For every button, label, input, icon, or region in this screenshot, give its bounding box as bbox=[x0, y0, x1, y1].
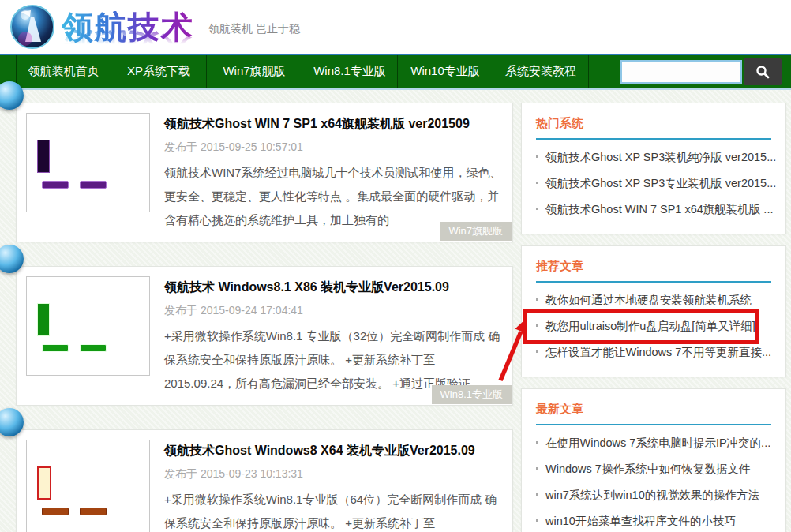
list-item: win10开始菜单查找程序文件的小技巧 bbox=[536, 508, 771, 532]
hot-link[interactable]: 领航技术Ghost XP SP3装机纯净版 ver2015... bbox=[545, 151, 776, 163]
article-title[interactable]: 领航技术 Windows8.1 X86 装机专业版Ver2015.09 bbox=[164, 279, 503, 296]
latest-link[interactable]: 在使用Windows 7系统电脑时提示IP冲突的... bbox=[545, 436, 770, 449]
article-date: 发布于 2015-09-23 10:13:31 bbox=[164, 467, 503, 481]
sidebar-section-hot-systems: 热门系统 领航技术Ghost XP SP3装机纯净版 ver2015... 领航… bbox=[521, 103, 786, 234]
category-tag[interactable]: Win8.1专业版 bbox=[432, 385, 512, 404]
bullet-icon bbox=[536, 208, 538, 210]
search-input[interactable] bbox=[620, 60, 742, 84]
list-item: 领航技术Ghost WIN 7 SP1 x64旗舰装机版 ... bbox=[536, 197, 771, 223]
bullet-icon bbox=[536, 441, 538, 444]
article-thumbnail[interactable]: 领航 技术Ghost Windows 8 X64 领航专业版 bbox=[26, 440, 150, 532]
bullet-icon bbox=[536, 298, 538, 301]
recommended-link[interactable]: 教你如何通过本地硬盘安装领航装机系统 bbox=[545, 294, 752, 306]
latest-link[interactable]: Windows 7操作系统中如何恢复数据文件 bbox=[545, 463, 750, 475]
sidebar-section-recommended: 推荐文章 教你如何通过本地硬盘安装领航装机系统 教您用ultraiso制作u盘启… bbox=[521, 245, 786, 377]
bullet-icon bbox=[536, 182, 538, 184]
list-item: Windows 7操作系统中如何恢复数据文件 bbox=[536, 456, 771, 482]
nav-item-home[interactable]: 领航装机首页 bbox=[16, 55, 111, 88]
article-card: 领航 技术Ghost Windows 8 X86 领航专业版 领航技术 Wind… bbox=[16, 266, 513, 406]
section-divider bbox=[536, 424, 771, 425]
site-tagline: 领航装机 岂止于稳 bbox=[208, 22, 300, 36]
list-item: 领航技术Ghost XP SP3装机纯净版 ver2015... bbox=[536, 144, 771, 170]
article-title[interactable]: 领航技术Ghost Windows8 X64 装机专业版Ver2015.09 bbox=[164, 443, 503, 459]
category-tag[interactable]: Win7旗舰版 bbox=[440, 222, 512, 241]
page: 领航技术 领航装机 岂止于稳 领航装机首页 XP系统下载 Win7旗舰版 Win… bbox=[0, 0, 791, 532]
nav-item-win81[interactable]: Win8.1专业版 bbox=[302, 55, 398, 88]
search-button[interactable] bbox=[744, 58, 782, 85]
article-list: 领航 技术Ghost Win7 Sp1 X64 旗舰装机版 领航技术Ghost … bbox=[16, 103, 513, 532]
main-nav: 领航装机首页 XP系统下载 Win7旗舰版 Win8.1专业版 Win10专业版… bbox=[0, 55, 791, 88]
article-thumbnail[interactable]: 领航 技术Ghost Win7 Sp1 X64 旗舰装机版 bbox=[26, 113, 150, 212]
list-item: 在使用Windows 7系统电脑时提示IP冲突的... bbox=[536, 430, 771, 456]
article-card: 领航 技术Ghost Windows 8 X64 领航专业版 领航技术Ghost… bbox=[16, 429, 513, 532]
list-item: 领航技术Ghost XP SP3专业装机版 ver2015... bbox=[536, 170, 771, 197]
list-item: 怎样设置才能让Windows 7不用等更新直接... bbox=[536, 339, 771, 365]
search-area bbox=[620, 55, 791, 88]
list-item: win7系统达到win10的视觉效果的操作方法 bbox=[536, 482, 771, 508]
section-title: 推荐文章 bbox=[536, 259, 771, 274]
nav-item-win7[interactable]: Win7旗舰版 bbox=[207, 55, 302, 88]
bullet-icon bbox=[536, 493, 538, 496]
section-title: 最新文章 bbox=[536, 402, 771, 417]
hot-link[interactable]: 领航技术Ghost XP SP3专业装机版 ver2015... bbox=[545, 177, 776, 189]
sidebar-section-latest: 最新文章 在使用Windows 7系统电脑时提示IP冲突的... Windows… bbox=[521, 388, 786, 532]
section-divider bbox=[536, 281, 771, 283]
nav-item-win10[interactable]: Win10专业版 bbox=[398, 55, 493, 88]
site-header: 领航技术 领航装机 岂止于稳 bbox=[0, 0, 791, 54]
article-thumbnail[interactable]: 领航 技术Ghost Windows 8 X86 领航专业版 bbox=[26, 276, 150, 376]
latest-link[interactable]: win10开始菜单查找程序文件的小技巧 bbox=[545, 515, 736, 527]
logo-icon bbox=[9, 4, 55, 50]
site-logo[interactable]: 领航技术 bbox=[62, 11, 194, 43]
recommended-link-highlighted[interactable]: 教您用ultraiso制作u盘启动盘[简单又详细] bbox=[545, 320, 755, 332]
bullet-icon bbox=[536, 350, 538, 353]
section-divider bbox=[536, 138, 771, 140]
recommended-link[interactable]: 怎样设置才能让Windows 7不用等更新直接... bbox=[545, 346, 771, 358]
list-item: 教你如何通过本地硬盘安装领航装机系统 bbox=[536, 287, 771, 313]
article-card: 领航 技术Ghost Win7 Sp1 X64 旗舰装机版 领航技术Ghost … bbox=[16, 103, 513, 242]
hot-link[interactable]: 领航技术Ghost WIN 7 SP1 x64旗舰装机版 ... bbox=[545, 203, 773, 215]
nav-item-xp[interactable]: XP系统下载 bbox=[111, 55, 207, 88]
article-date: 发布于 2015-09-24 17:04:41 bbox=[164, 304, 503, 318]
bullet-icon bbox=[536, 324, 538, 327]
sidebar: 热门系统 领航技术Ghost XP SP3装机纯净版 ver2015... 领航… bbox=[521, 103, 786, 532]
list-item-highlighted: 教您用ultraiso制作u盘启动盘[简单又详细] bbox=[536, 313, 771, 339]
bullet-icon bbox=[536, 519, 538, 522]
section-title: 热门系统 bbox=[536, 116, 771, 131]
search-icon bbox=[755, 65, 770, 79]
latest-link[interactable]: win7系统达到win10的视觉效果的操作方法 bbox=[545, 489, 759, 501]
article-date: 发布于 2015-09-25 10:57:01 bbox=[164, 140, 503, 155]
bullet-icon bbox=[536, 467, 538, 470]
nav-item-tutorials[interactable]: 系统安装教程 bbox=[493, 55, 589, 88]
article-excerpt: +采用微软操作系统Win8.1专业版（64位）完全断网制作而成 确保系统安全和保… bbox=[164, 488, 503, 532]
article-title[interactable]: 领航技术Ghost WIN 7 SP1 x64旗舰装机版 ver201509 bbox=[164, 116, 503, 133]
bullet-icon bbox=[536, 155, 538, 158]
